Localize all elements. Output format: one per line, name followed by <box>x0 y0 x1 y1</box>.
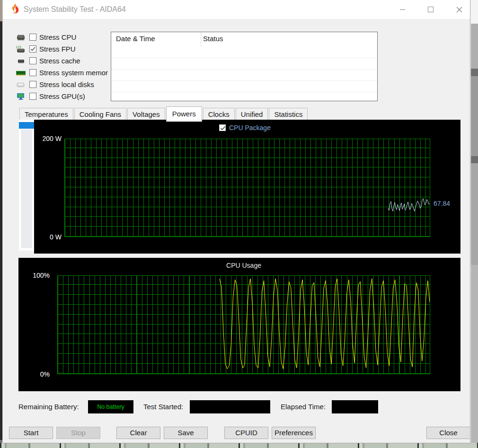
close-icon <box>456 7 462 13</box>
stress-option-checkbox[interactable] <box>29 34 36 41</box>
tab-temperatures[interactable]: Temperatures <box>19 108 73 121</box>
tab-unified[interactable]: Unified <box>236 108 268 121</box>
power-axis-max-label: 200 W <box>34 135 62 142</box>
cpu-usage-chart: CPU Usage 100% 0% 73% <box>18 258 460 391</box>
log-table-row-separator <box>111 58 377 58</box>
tab-powers[interactable]: Powers <box>166 106 202 122</box>
stress-options: Stress CPU123Stress FPUStress cacheStres… <box>15 31 112 102</box>
background-block <box>471 0 478 24</box>
tab-voltages[interactable]: Voltages <box>127 108 165 121</box>
stress-option-label[interactable]: Stress local disks <box>39 80 94 88</box>
stop-button: Stop <box>56 427 100 439</box>
chart-scrollbar[interactable] <box>19 120 34 251</box>
elapsed-time-value <box>332 400 378 413</box>
cache-chip-icon <box>15 57 27 65</box>
stress-option-row: Stress GPU(s) <box>15 90 112 102</box>
usage-axis-min-label: 0% <box>28 370 50 378</box>
stress-option-checkbox[interactable] <box>29 69 36 76</box>
cpu-usage-line <box>58 276 430 374</box>
stress-option-label[interactable]: Stress GPU(s) <box>39 92 85 100</box>
stress-option-checkbox[interactable] <box>29 81 36 88</box>
stress-option-row: Stress cache <box>15 55 112 67</box>
remaining-battery-value: No battery <box>88 400 133 413</box>
usage-axis-max-label: 100% <box>28 272 50 279</box>
log-table-column-separator <box>201 32 201 47</box>
elapsed-time-label: Elapsed Time: <box>281 400 326 414</box>
cpu-usage-plot <box>57 275 430 374</box>
stress-option-row: Stress local disks <box>15 79 112 90</box>
start-button[interactable]: Start <box>9 427 53 439</box>
svg-text:123: 123 <box>16 45 21 49</box>
cpu-usage-current-value: 73% <box>433 298 447 306</box>
minimize-icon <box>400 9 405 10</box>
stress-option-label[interactable]: Stress CPU <box>39 33 76 41</box>
save-button[interactable]: Save <box>164 427 208 439</box>
tab-clocks[interactable]: Clocks <box>203 108 235 121</box>
log-table-row-separator <box>111 80 377 81</box>
cpu-chip-icon <box>15 33 27 42</box>
desktop-strip <box>0 443 478 448</box>
background-block <box>471 76 478 157</box>
background-block <box>471 69 478 76</box>
stress-option-row: Stress system memor <box>15 67 112 79</box>
preferences-button[interactable]: Preferences <box>272 427 316 439</box>
tab-statistics[interactable]: Statistics <box>269 108 308 121</box>
maximize-icon <box>428 7 434 12</box>
clear-button[interactable]: Clear <box>116 427 160 439</box>
stress-option-row: 123Stress FPU <box>15 43 112 55</box>
stress-option-label[interactable]: Stress system memor <box>39 69 108 77</box>
cpu-usage-title: CPU Usage <box>57 262 430 269</box>
titlebar: System Stability Test - AIDA64 <box>3 0 470 19</box>
background-window-right-sliver <box>471 0 478 448</box>
remaining-battery-label: Remaining Battery: <box>18 400 79 414</box>
gpu-icon <box>15 92 27 101</box>
chart-scrollbar-thumb[interactable] <box>19 122 34 129</box>
log-table-header-status[interactable]: Status <box>203 35 223 43</box>
stress-option-checkbox[interactable] <box>29 45 36 53</box>
window-title: System Stability Test - AIDA64 <box>24 0 126 19</box>
close-button[interactable] <box>451 2 467 17</box>
stress-option-label[interactable]: Stress cache <box>39 57 80 65</box>
cpu-package-legend-label: CPU Package <box>229 124 271 132</box>
system-stability-test-window: System Stability Test - AIDA64 Stress CP… <box>2 0 470 443</box>
stress-option-label[interactable]: Stress FPU <box>39 45 76 53</box>
fpu-chip-icon: 123 <box>15 45 27 53</box>
cpu-package-current-value: 67.84 <box>434 200 450 207</box>
chart-scrollbar-track[interactable] <box>21 130 32 248</box>
background-block <box>471 24 478 69</box>
close-button[interactable]: Close <box>426 427 470 439</box>
test-started-value <box>190 400 270 413</box>
cpu-package-line <box>65 139 430 237</box>
maximize-button[interactable] <box>423 2 438 17</box>
power-axis-min-label: 0 W <box>34 233 62 241</box>
memory-module-icon <box>15 69 27 77</box>
cpu-package-legend: CPU Package <box>219 124 271 132</box>
tab-cooling-fans[interactable]: Cooling Fans <box>74 108 126 121</box>
stress-option-checkbox[interactable] <box>29 93 36 100</box>
stress-option-checkbox[interactable] <box>29 57 36 64</box>
test-started-label: Test Started: <box>143 400 183 414</box>
cpu-package-legend-checkbox[interactable] <box>219 124 226 131</box>
minimize-button[interactable] <box>395 2 410 17</box>
background-block <box>471 163 478 265</box>
log-table-header-datetime[interactable]: Date & Time <box>116 35 155 43</box>
log-table-row-separator <box>111 92 377 92</box>
background-block <box>471 265 478 448</box>
local-disk-icon <box>15 80 27 89</box>
log-table-row-separator <box>111 69 377 70</box>
background-block <box>471 156 478 163</box>
tab-bar: TemperaturesCooling FansVoltagesPowersCl… <box>19 106 308 121</box>
cpuid-button[interactable]: CPUID <box>224 427 268 439</box>
screen: System Stability Test - AIDA64 Stress CP… <box>0 0 478 448</box>
log-table[interactable]: Date & Time Status <box>111 32 378 101</box>
cpu-package-plot <box>64 139 430 237</box>
cpu-package-chart: CPU Package 200 W 0 W 67.84 <box>34 120 460 254</box>
stress-option-row: Stress CPU <box>15 31 112 43</box>
checkmark-icon <box>220 125 226 132</box>
flame-icon <box>10 4 21 15</box>
